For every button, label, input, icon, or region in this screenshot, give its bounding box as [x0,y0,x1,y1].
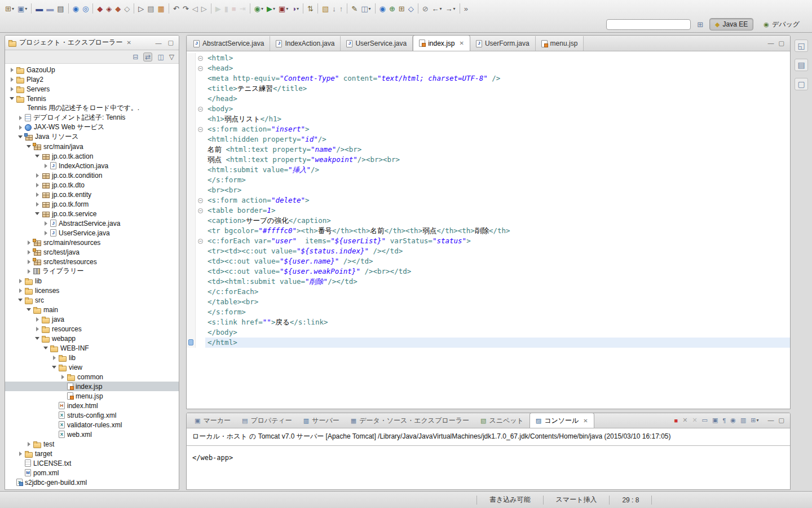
tree-item-src-test-java[interactable]: src/test/java [5,247,179,257]
tree-item-pom-xml[interactable]: Mpom.xml [5,468,179,478]
collapsed-arrow-icon[interactable] [24,260,33,264]
editor-tab-abstractservice-java[interactable]: JAbstractService.java [188,36,270,51]
view-tab-snippets[interactable]: ▧スニペット [475,413,529,428]
back-icon[interactable]: ←▾ [430,2,444,15]
view-menu-icon[interactable]: ▽ [169,53,174,61]
deploy-icon[interactable]: ◫▾ [359,2,372,15]
collapsed-arrow-icon[interactable] [16,452,25,456]
maximize-editor-icon[interactable]: ▢ [779,40,784,47]
tree-item-target[interactable]: target [5,449,179,458]
editor-tab-userform-java[interactable]: JUserForm.java [470,36,536,51]
minimize-view-icon[interactable]: — [154,40,164,46]
collapsed-arrow-icon[interactable] [50,356,59,360]
open-console-icon[interactable]: ⊞▾ [751,417,758,424]
tree-item-jp-co-tk-dto[interactable]: jp.co.tk.dto [5,180,179,190]
tree-item-view[interactable]: view [5,362,179,372]
open-perspective-icon[interactable]: ⊞ [695,20,705,29]
import-icon[interactable]: ↓ [330,2,338,15]
collapsed-arrow-icon[interactable] [33,192,42,197]
tree-item-licenses[interactable]: licenses [5,286,179,295]
code-line-9[interactable]: <html:hidden property="id"/> [187,134,790,144]
collapsed-arrow-icon[interactable] [58,375,67,379]
suspend-icon[interactable]: ▮ [223,2,230,15]
expanded-arrow-icon[interactable] [16,299,25,301]
step-over-icon[interactable]: ⇥ [238,2,248,15]
coverage-dropdown-arrow[interactable]: ▾ [286,6,288,11]
toolbar-overflow-icon[interactable]: » [462,2,470,15]
web-browser-icon[interactable]: ◉ [378,2,387,15]
collapsed-arrow-icon[interactable] [41,231,50,235]
maximize-view-icon[interactable]: ▢ [166,39,175,46]
expanded-arrow-icon[interactable] [24,145,33,148]
tree-item-resources[interactable]: resources [5,324,179,334]
pin-console-icon[interactable]: ◉ [730,417,736,424]
profile-dropdown-arrow[interactable]: ▾ [297,6,299,11]
expanded-arrow-icon[interactable] [16,135,25,138]
select-element-icon[interactable]: ▷ [136,2,145,15]
fold-marker-icon[interactable]: − [196,205,205,216]
expanded-arrow-icon[interactable] [50,366,59,369]
expanded-arrow-icon[interactable] [33,155,42,157]
print-icon[interactable]: ▤ [55,2,65,15]
fold-marker-icon[interactable]: − [196,124,205,134]
console-output[interactable]: </web-app> [187,446,790,463]
tree-item-jp-co-tk-form[interactable]: jp.co.tk.form [5,199,179,209]
new-report-icon[interactable]: ◆ [95,2,104,15]
editor-tab-menu-jsp[interactable]: menu.jsp [536,36,584,51]
forward-icon[interactable]: →▾ [444,2,457,15]
code-line-27[interactable]: <s:link href="">戻る</s:link> [187,317,790,327]
toolbar-search-input[interactable] [606,19,691,30]
tree-item-license-txt[interactable]: LICENSE.txt [5,458,179,468]
tree-item-tennis[interactable]: Tennis [5,94,179,103]
fold-marker-icon[interactable]: − [196,236,205,246]
code-line-2[interactable]: −<head> [187,63,790,73]
code-line-4[interactable]: <title>テニス練習</title> [187,84,790,94]
collapse-all-icon[interactable]: ⊟ [133,53,138,61]
tree-item-lib[interactable]: lib [5,276,179,286]
tree-item-test[interactable]: test [5,439,179,449]
new-folder-icon[interactable]: ▧ [320,2,330,15]
code-line-1[interactable]: −<html> [187,53,790,63]
collapsed-arrow-icon[interactable] [16,288,25,293]
terminate-console-icon[interactable]: ■ [674,417,678,424]
close-view-icon[interactable]: ✕ [583,418,588,424]
deploy-dropdown-arrow[interactable]: ▾ [369,6,371,11]
report-design-icon[interactable]: ◈ [104,2,113,15]
remove-all-launches-icon[interactable]: ✕ [692,417,697,424]
tree-item-lib[interactable]: lib [5,353,179,362]
new-web-artifact-icon[interactable]: ▣▾ [16,2,29,15]
collapsed-arrow-icon[interactable] [33,202,42,207]
profile-icon[interactable]: ◑▾ [290,2,301,15]
code-line-14[interactable]: <br><br> [187,185,790,195]
tree-item-jax-ws-web[interactable]: JAX-WS Web サービス [5,122,179,132]
new-web-artifact-dropdown-arrow[interactable]: ▾ [25,6,27,11]
close-view-icon[interactable]: ✕ [126,40,131,46]
tree-item-play2[interactable]: Play2 [5,75,179,84]
external-tools-icon[interactable]: ◇ [122,2,131,15]
code-line-18[interactable]: <tr bgcolor="#ffffc0"><th>番号</th><th>名前<… [187,226,790,236]
close-tab-icon[interactable]: ✕ [460,40,464,46]
code-line-21[interactable]: <td><c:out value="${user.name}" /></td> [187,256,790,266]
search-dialog-icon[interactable]: ◉ [71,2,81,15]
open-resource-icon[interactable]: ◎ [81,2,90,15]
tree-item-tennis[interactable]: Tennis 用の記述子をロード中です。. [5,103,179,113]
open-data-table-icon[interactable]: ▦ [156,2,166,15]
collapsed-arrow-icon[interactable] [33,327,42,331]
code-line-28[interactable]: </body> [187,327,790,338]
perspective-button-java-ee[interactable]: ◆ Java EE [709,18,753,30]
report-preview-icon[interactable]: ◆ [113,2,122,15]
code-line-19[interactable]: −<c:forEach var="user" items="${userList… [187,236,790,246]
perspective-button-debug[interactable]: ◉ デバッグ [758,18,805,30]
code-line-10[interactable]: 名前 <html:text property="name"/><br> [187,144,790,155]
word-wrap-icon[interactable]: ¶ [722,417,726,424]
back-dropdown-arrow[interactable]: ▾ [440,6,442,11]
expanded-arrow-icon[interactable] [33,212,42,215]
collapsed-arrow-icon[interactable] [33,173,42,178]
code-line-6[interactable]: −<body> [187,104,790,114]
tree-item-src-main-java[interactable]: src/main/java [5,142,179,151]
tree-item-src[interactable]: src [5,295,179,305]
code-line-8[interactable]: −<s:form action="insert"> [187,124,790,134]
collapsed-arrow-icon[interactable] [41,164,50,168]
tree-item-index-html[interactable]: Hindex.html [5,401,179,410]
collapsed-arrow-icon[interactable] [24,240,33,245]
